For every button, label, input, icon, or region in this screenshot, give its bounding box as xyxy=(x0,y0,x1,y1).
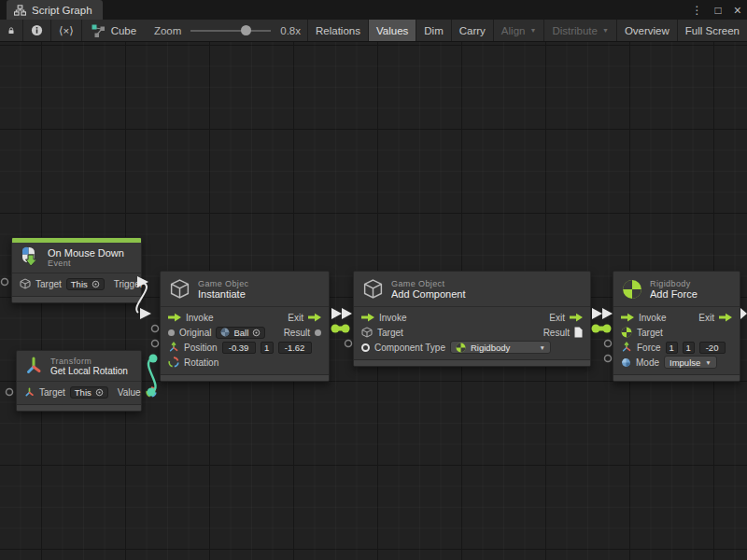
rotation-port-label: Rotation xyxy=(184,357,218,368)
object-picker-icon[interactable] xyxy=(252,329,261,337)
position-z-field[interactable]: -1.62 xyxy=(278,342,312,354)
component-result-port-icon[interactable] xyxy=(574,327,583,338)
rigidbody-icon xyxy=(622,279,642,300)
original-value-chip[interactable]: Ball xyxy=(216,327,265,339)
target-value-chip[interactable]: This xyxy=(66,278,105,290)
zoom-control: Zoom 0.8x xyxy=(148,20,306,41)
force-x-field[interactable]: 1 xyxy=(666,342,678,354)
distribute-caret-icon: ▼ xyxy=(602,27,609,34)
position-y-field[interactable]: 1 xyxy=(261,342,274,354)
target-value-chip[interactable]: This xyxy=(70,386,108,399)
original-port-label: Original xyxy=(179,328,211,338)
force-vector-port-icon[interactable] xyxy=(621,342,632,353)
invoke-port-label: Invoke xyxy=(186,313,213,323)
rotation-port-icon[interactable] xyxy=(168,357,179,368)
graph-canvas[interactable]: On Mouse Down Event Target This Trigge xyxy=(0,42,747,560)
node-title: Add Force xyxy=(650,288,698,300)
target-port-label: Target xyxy=(637,328,663,338)
component-type-label: Component Type xyxy=(374,343,445,353)
force-y-field[interactable]: 1 xyxy=(683,342,695,354)
invoke-exec-port-icon[interactable] xyxy=(361,313,374,322)
zoom-slider[interactable] xyxy=(190,30,271,32)
info-icon xyxy=(31,24,43,36)
position-port-icon[interactable] xyxy=(168,342,179,353)
dropdown-caret-icon: ▼ xyxy=(705,359,711,366)
exit-exec-port-icon[interactable] xyxy=(308,313,321,322)
values-button[interactable]: Values xyxy=(369,20,416,41)
exit-exec-port-icon[interactable] xyxy=(719,313,732,322)
target-port-label: Target xyxy=(377,328,403,338)
node-on-mouse-down[interactable]: On Mouse Down Event Target This Trigge xyxy=(11,237,142,303)
invoke-exec-port-icon[interactable] xyxy=(621,313,634,322)
graph-owner-name: Cube xyxy=(111,25,137,36)
node-footer xyxy=(161,374,329,381)
node-category: Transform xyxy=(50,357,128,366)
original-port-icon[interactable] xyxy=(168,329,175,336)
distribute-button[interactable]: Distribute ▼ xyxy=(544,20,617,41)
gameobject-port-icon[interactable] xyxy=(361,327,373,338)
exit-port-label: Exit xyxy=(288,313,303,323)
force-port-label: Force xyxy=(637,343,661,353)
object-picker-icon[interactable] xyxy=(95,388,104,397)
node-get-local-rotation[interactable]: Transform Get Local Rotation Target This xyxy=(16,350,142,412)
lock-button[interactable] xyxy=(0,20,23,41)
zoom-slider-thumb[interactable] xyxy=(241,25,251,35)
graph-owner[interactable]: Cube xyxy=(86,20,143,41)
invoke-port-label: Invoke xyxy=(639,313,666,323)
node-footer xyxy=(12,296,141,302)
align-button[interactable]: Align ▼ xyxy=(494,20,545,41)
result-port-icon[interactable] xyxy=(315,329,321,336)
full-screen-button[interactable]: Full Screen xyxy=(678,20,747,41)
align-caret-icon: ▼ xyxy=(529,27,536,34)
node-subtitle: Event xyxy=(48,259,124,268)
node-category: Game Object xyxy=(391,279,466,288)
window-close-icon[interactable]: × xyxy=(734,4,741,17)
dropdown-caret-icon: ▼ xyxy=(540,344,545,351)
mode-port-label: Mode xyxy=(636,357,659,368)
node-add-component[interactable]: Game Object Add Component Invoke Exit xyxy=(353,271,591,367)
transform-icon xyxy=(24,356,43,376)
invoke-port-label: Invoke xyxy=(379,313,406,323)
dim-button[interactable]: Dim xyxy=(416,20,451,41)
ball-object-icon xyxy=(220,328,230,337)
force-z-field[interactable]: -20 xyxy=(699,342,726,354)
force-mode-port-icon[interactable] xyxy=(621,357,631,368)
node-instantiate[interactable]: Game Objec Instantiate Invoke Exit Origi… xyxy=(160,271,330,382)
relations-button[interactable]: Relations xyxy=(308,20,369,41)
tab-label: Script Graph xyxy=(32,5,92,16)
script-graph-window: Script Graph ⋮ □ × ⟨×⟩ xyxy=(0,0,747,560)
node-category: Game Objec xyxy=(198,279,249,288)
window-menu-icon[interactable]: ⋮ xyxy=(692,5,703,16)
value-port-label: Value xyxy=(118,387,141,398)
component-type-port-icon[interactable] xyxy=(361,343,370,352)
node-add-force[interactable]: Rigidbody Add Force Invoke Exit Tar xyxy=(613,271,740,382)
overview-button[interactable]: Overview xyxy=(617,20,678,41)
exit-port-label: Exit xyxy=(698,313,714,323)
exit-exec-port-icon[interactable] xyxy=(570,313,583,322)
exec-connection-instantiate-addcomponent xyxy=(331,308,352,319)
fit-to-window-button[interactable]: ⟨×⟩ xyxy=(51,20,82,41)
node-title: Add Component xyxy=(391,288,466,300)
rigidbody-port-icon[interactable] xyxy=(621,327,632,338)
object-picker-icon[interactable] xyxy=(92,280,100,288)
exit-port-label: Exit xyxy=(549,313,565,323)
force-mode-dropdown[interactable]: Impulse ▼ xyxy=(664,356,717,369)
carry-button[interactable]: Carry xyxy=(452,20,494,41)
position-port-label: Position xyxy=(184,343,218,353)
gameobject-cube-icon xyxy=(362,278,384,301)
rotation-port-icon[interactable] xyxy=(146,386,157,398)
result-port-label: Result xyxy=(543,328,570,338)
component-type-dropdown[interactable]: Rigidbody ▼ xyxy=(450,341,551,354)
transform-port-icon[interactable] xyxy=(24,387,35,398)
window-maximize-icon[interactable]: □ xyxy=(715,5,722,16)
rigidbody-icon xyxy=(456,343,466,353)
tab-script-graph[interactable]: Script Graph xyxy=(7,0,103,20)
inspect-button[interactable] xyxy=(23,20,51,41)
trigger-port-label: Trigger xyxy=(114,279,143,289)
fit-icon: ⟨×⟩ xyxy=(59,24,74,37)
invoke-exec-port-icon[interactable] xyxy=(168,313,181,322)
exec-connection-addcomponent-addforce xyxy=(592,308,613,319)
gameobject-port-icon[interactable] xyxy=(20,278,31,289)
gameobject-cube-icon xyxy=(169,278,190,301)
position-x-field[interactable]: -0.39 xyxy=(222,342,256,354)
